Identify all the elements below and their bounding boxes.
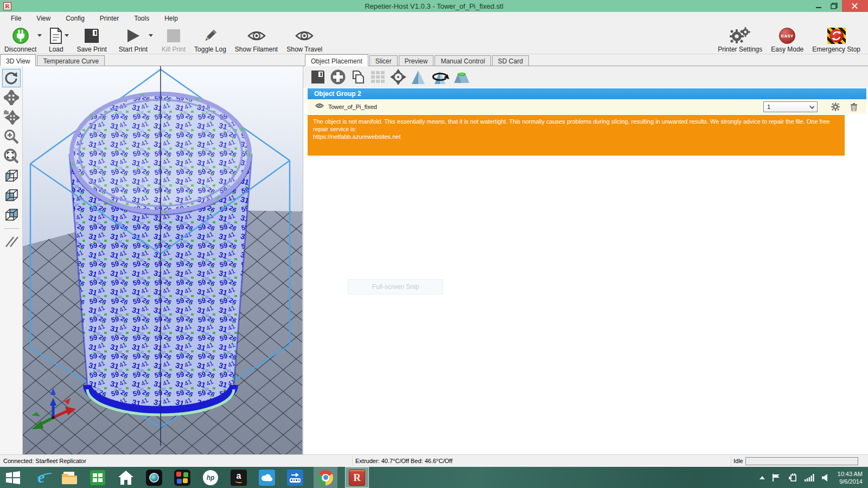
cloud-icon	[259, 470, 275, 486]
taskbar-windows-store[interactable]	[87, 467, 108, 488]
taskbar-media-app[interactable]	[143, 467, 165, 488]
rotate-pyramid-icon	[430, 69, 450, 85]
menu-file[interactable]: File	[3, 13, 29, 24]
menu-tools[interactable]: Tools	[126, 13, 157, 24]
rotate-view-tool[interactable]	[2, 69, 21, 87]
start-button[interactable]	[2, 467, 24, 488]
object-toolbar	[303, 66, 868, 88]
network-signal-icon[interactable]	[805, 474, 814, 481]
save-print-label: Save Print	[76, 46, 106, 53]
parallel-lines-icon	[4, 234, 19, 249]
front-view-tool[interactable]	[2, 186, 21, 204]
taskbar-home-app[interactable]	[115, 467, 137, 488]
clock-time: 10:43 AM	[838, 470, 863, 478]
iso-cube-icon	[4, 168, 19, 183]
rotate-object-button[interactable]	[429, 68, 451, 86]
tab-object-placement[interactable]: Object Placement	[305, 54, 368, 66]
show-filament-button[interactable]: Show Filament	[231, 24, 282, 53]
center-object-button[interactable]	[389, 68, 407, 86]
visibility-eye-icon[interactable]	[315, 102, 324, 111]
show-hidden-icons-button[interactable]	[760, 476, 765, 479]
autoposition-button[interactable]	[369, 68, 387, 86]
menu-printer[interactable]: Printer	[92, 13, 126, 24]
easy-mode-button[interactable]: EASY Easy Mode	[767, 24, 808, 53]
copy-object-button[interactable]	[349, 68, 367, 86]
close-button[interactable]	[842, 0, 868, 12]
restore-button[interactable]	[826, 0, 842, 12]
load-button[interactable]: Load	[44, 24, 68, 53]
stop-square-icon	[167, 27, 181, 45]
kill-print-button: Kill Print	[157, 24, 190, 53]
taskbar-internet-explorer[interactable]: e	[30, 467, 52, 488]
power-plug-icon[interactable]	[788, 473, 797, 482]
zoom-fit-tool[interactable]	[2, 147, 21, 165]
save-object-button[interactable]	[309, 68, 327, 86]
tab-temperature-curve[interactable]: Temperature Curve	[37, 55, 105, 66]
tab-slicer[interactable]: Slicer	[369, 55, 398, 66]
taskbar-chrome[interactable]	[314, 467, 337, 488]
pencil-icon	[202, 27, 218, 45]
parallel-projection-tool[interactable]	[2, 232, 21, 251]
cut-frustum-icon	[453, 69, 470, 85]
move-viewpoint-tool[interactable]	[2, 108, 21, 126]
show-travel-button[interactable]: Show Travel	[282, 24, 327, 53]
action-center-flag-icon[interactable]	[772, 473, 781, 482]
start-print-dropdown-arrow[interactable]	[149, 34, 153, 37]
emergency-stop-button[interactable]: Emergency Stop	[808, 24, 865, 53]
show-travel-label: Show Travel	[286, 46, 322, 53]
object-placement-panel: Object Group 2 Tower_of_Pi_fixed 1	[303, 66, 868, 454]
isometric-view-tool[interactable]	[2, 166, 21, 185]
taskbar-password-app[interactable]	[284, 467, 306, 488]
disconnect-button[interactable]: Disconnect	[0, 24, 41, 53]
tab-3d-view[interactable]: 3D View	[0, 54, 36, 66]
toggle-log-button[interactable]: Toggle Log	[190, 24, 231, 53]
copies-select[interactable]: 1	[763, 101, 818, 112]
crosshair-icon	[390, 69, 406, 85]
taskbar-cloud-app[interactable]	[256, 467, 278, 488]
load-dropdown-arrow[interactable]	[65, 34, 69, 37]
delete-object-trash-icon[interactable]	[848, 102, 860, 111]
add-object-button[interactable]	[329, 68, 347, 86]
taskbar-amazon[interactable]: a	[228, 467, 250, 488]
save-print-button[interactable]: Save Print	[72, 24, 111, 53]
status-bar: Connected: Starfleet Replicator Extruder…	[0, 454, 868, 467]
taskbar-clock[interactable]: 10:43 AM 9/6/2014	[838, 470, 863, 485]
rotate-icon	[4, 71, 18, 86]
object-settings-gear-icon[interactable]	[829, 102, 841, 111]
kill-print-label: Kill Print	[162, 46, 186, 53]
object-name: Tower_of_Pi_fixed	[328, 104, 377, 110]
volume-speaker-icon[interactable]	[821, 473, 830, 482]
zoom-tool[interactable]	[2, 127, 21, 146]
scale-object-button[interactable]	[409, 68, 427, 86]
clock-date: 9/6/2014	[838, 478, 863, 485]
minimize-button[interactable]	[810, 0, 826, 12]
menu-config[interactable]: Config	[58, 13, 92, 24]
play-icon	[125, 27, 141, 45]
taskbar-repetier-host[interactable]: R	[345, 467, 369, 488]
move-object-tool[interactable]	[2, 88, 21, 107]
chrome-icon	[318, 470, 333, 485]
disconnect-dropdown-arrow[interactable]	[37, 34, 42, 37]
3d-scene[interactable]: 31 41 59 26	[23, 66, 303, 454]
object-group-header[interactable]: Object Group 2	[308, 88, 866, 99]
plus-circle-icon	[330, 69, 346, 85]
tab-preview[interactable]: Preview	[399, 55, 434, 66]
back-cube-icon	[4, 207, 19, 222]
easy-mode-icon: EASY	[779, 27, 795, 45]
menu-view[interactable]: View	[29, 13, 58, 24]
top-view-tool[interactable]	[2, 206, 21, 224]
cut-object-button[interactable]	[452, 68, 471, 86]
disconnect-label: Disconnect	[4, 46, 36, 53]
start-print-button[interactable]: Start Print	[114, 24, 152, 53]
menu-help[interactable]: Help	[157, 13, 186, 24]
titlebar: R Repetier-Host V1.0.3 - Tower_of_Pi_fix…	[0, 0, 868, 12]
warning-link[interactable]: https://netfabb.azurewebsites.net	[313, 133, 839, 140]
printer-settings-button[interactable]: Printer Settings	[713, 24, 767, 53]
tab-sd-card[interactable]: SD Card	[492, 55, 529, 66]
taskbar-photo-app[interactable]	[171, 467, 193, 488]
folder-icon	[61, 471, 78, 485]
tab-manual-control[interactable]: Manual Control	[435, 55, 490, 66]
taskbar-file-explorer[interactable]	[59, 467, 80, 488]
object-row[interactable]: Tower_of_Pi_fixed 1	[308, 99, 866, 114]
taskbar-hp-app[interactable]: hp	[200, 467, 221, 488]
